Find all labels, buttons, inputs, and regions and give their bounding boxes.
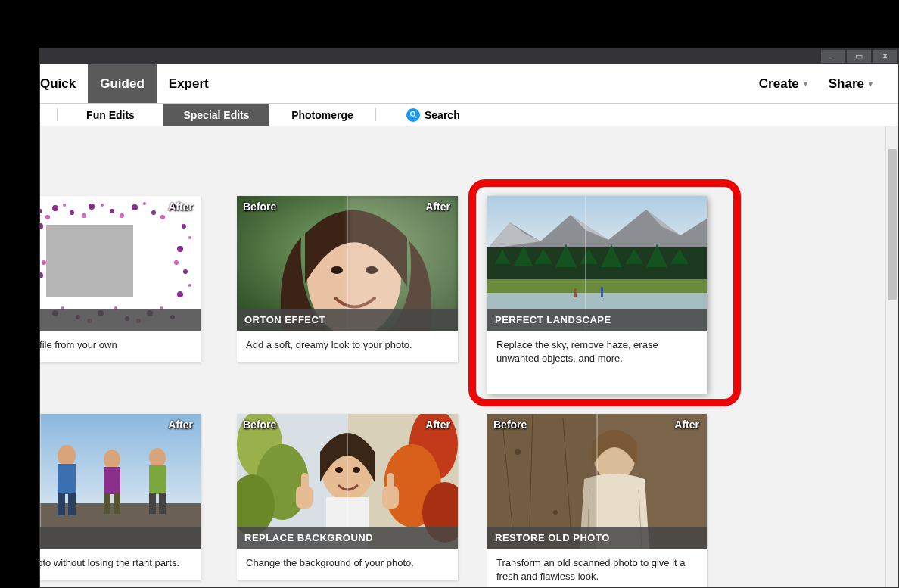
svg-point-64	[104, 450, 120, 469]
subtab-fun-edits[interactable]: Fun Edits	[58, 104, 163, 126]
svg-point-10	[151, 210, 156, 215]
card-image: Before After REPLACE BACKGROUND	[237, 414, 458, 549]
sub-nav: Fun Edits Special Edits Photomerge Searc…	[40, 104, 898, 126]
svg-point-68	[149, 448, 166, 468]
scroll-thumb[interactable]	[888, 149, 897, 300]
minimize-button[interactable]: –	[821, 50, 845, 63]
svg-point-33	[188, 236, 191, 239]
svg-point-7	[89, 204, 95, 210]
card-restore-old-photo[interactable]: Before After RESTORE OLD PHOTO Transform…	[487, 414, 707, 587]
svg-rect-52	[487, 279, 707, 294]
svg-point-83	[335, 467, 343, 473]
maximize-button[interactable]: ▭	[847, 50, 871, 63]
after-label: After	[168, 418, 193, 431]
subtab-special-edits[interactable]: Special Edits	[163, 104, 269, 126]
svg-point-34	[174, 260, 179, 265]
card-image: Before After ORTON EFFECT	[237, 196, 458, 331]
card-title: OSE	[40, 527, 201, 549]
chevron-down-icon: ▾	[869, 79, 873, 88]
svg-point-35	[188, 284, 191, 287]
divider	[375, 108, 376, 121]
card-description: Transform an old scanned photo to give i…	[487, 549, 707, 587]
svg-rect-55	[574, 288, 577, 297]
share-label: Share	[829, 76, 864, 92]
before-label: Before	[243, 418, 276, 431]
svg-point-84	[353, 467, 360, 473]
svg-rect-65	[104, 467, 120, 494]
minimize-icon: –	[831, 52, 835, 61]
svg-point-31	[143, 202, 146, 205]
app-window: – ▭ ✕ Quick Guided Expert Create ▾ Share…	[39, 48, 899, 588]
svg-rect-70	[149, 493, 156, 514]
subtab-special-edits-label: Special Edits	[183, 109, 249, 121]
maximize-icon: ▭	[855, 51, 863, 61]
svg-rect-88	[387, 473, 394, 490]
svg-point-0	[410, 112, 415, 117]
svg-point-46	[331, 266, 343, 274]
card-replace-background[interactable]: Before After REPLACE BACKGROUND Change t…	[237, 414, 458, 580]
svg-point-60	[58, 445, 76, 466]
card-image: Before After RESTORE OLD PHOTO	[487, 414, 707, 549]
card-recompose[interactable]: After OSE e your photo without losing th…	[40, 414, 201, 580]
nav-right-group: Create ▾ Share ▾	[748, 64, 898, 103]
svg-point-32	[160, 215, 165, 219]
svg-point-29	[101, 204, 104, 207]
card-image: PERFECT LANDSCAPE	[487, 196, 707, 331]
card-title: RESTORE OLD PHOTO	[487, 527, 707, 549]
svg-point-37	[42, 260, 46, 265]
svg-rect-56	[601, 287, 603, 297]
svg-point-28	[82, 213, 86, 218]
create-label: Create	[759, 76, 799, 92]
svg-point-26	[45, 215, 50, 219]
title-bar: – ▭ ✕	[40, 48, 898, 64]
svg-point-14	[183, 269, 188, 274]
tab-guided-label: Guided	[100, 76, 145, 92]
tab-quick[interactable]: Quick	[40, 64, 88, 103]
svg-point-27	[63, 204, 66, 207]
svg-rect-86	[301, 473, 309, 490]
tab-guided[interactable]: Guided	[88, 64, 157, 103]
tab-expert-label: Expert	[169, 76, 209, 92]
card-description: Add a soft, dreamy look to your photo.	[237, 331, 458, 362]
chevron-down-icon: ▾	[804, 79, 807, 88]
svg-point-8	[110, 209, 114, 213]
svg-rect-67	[114, 493, 120, 514]
create-menu[interactable]: Create ▾	[748, 76, 818, 92]
svg-rect-61	[58, 464, 76, 494]
content-area: After REATOR ew frame file from your own	[40, 126, 885, 587]
svg-point-13	[177, 246, 183, 252]
subtab-photomerge[interactable]: Photomerge	[269, 104, 375, 126]
svg-point-5	[52, 205, 58, 211]
card-title: REPLACE BACKGROUND	[237, 527, 458, 549]
card-title: REATOR	[40, 309, 201, 331]
svg-point-6	[70, 210, 74, 215]
card-perfect-landscape[interactable]: PERFECT LANDSCAPE Replace the sky, remov…	[487, 196, 707, 394]
search-button[interactable]: Search	[406, 104, 460, 126]
before-label: Before	[243, 201, 276, 213]
after-label: After	[674, 418, 699, 431]
close-button[interactable]: ✕	[873, 50, 897, 63]
svg-point-15	[177, 291, 183, 297]
card-description: Change the background of your photo.	[237, 549, 458, 580]
card-orton-effect[interactable]: Before After ORTON EFFECT Add a soft, dr…	[237, 196, 458, 362]
after-label: After	[425, 201, 450, 213]
card-frame-creator[interactable]: After REATOR ew frame file from your own	[40, 196, 201, 362]
main-nav: Quick Guided Expert Create ▾ Share ▾	[40, 64, 898, 104]
svg-rect-63	[68, 493, 76, 515]
svg-point-30	[120, 213, 124, 218]
before-label: Before	[493, 418, 527, 431]
share-menu[interactable]: Share ▾	[818, 76, 883, 92]
svg-point-12	[182, 224, 186, 229]
card-description: e your photo without losing the rtant pa…	[40, 549, 201, 580]
svg-point-99	[515, 449, 521, 455]
tab-expert[interactable]: Expert	[157, 64, 221, 103]
card-description: Replace the sky, remove haze, erase unwa…	[487, 331, 707, 394]
after-label: After	[425, 418, 450, 431]
subtab-fun-edits-label: Fun Edits	[86, 109, 135, 121]
svg-point-100	[553, 510, 558, 515]
search-label: Search	[425, 109, 460, 121]
card-description: ew frame file from your own	[40, 331, 201, 362]
close-icon: ✕	[882, 51, 888, 61]
vertical-scrollbar[interactable]	[885, 126, 898, 587]
svg-rect-3	[46, 225, 133, 297]
